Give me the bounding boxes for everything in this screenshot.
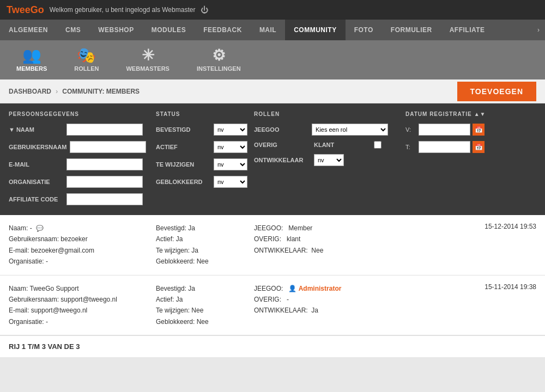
jeegoo-label-1: JEEGOO:	[254, 224, 283, 232]
member-status-2: Bevestigd: Ja Actief: Ja Te wijzigen: Ne…	[156, 283, 254, 328]
member-jeegoo-2: JEEGOO: 👤 Administrator	[254, 283, 449, 294]
filter-affiliate-label: AFFILIATE CODE	[9, 196, 63, 203]
table-row: Naam: TweeGo Support Gebruikersnaam: sup…	[0, 275, 545, 336]
subnav-instellingen[interactable]: ⚙ INSTELLINGEN	[191, 45, 246, 75]
power-icon[interactable]: ⏻	[201, 5, 208, 14]
subnav-members[interactable]: 👥 MEMBERS	[11, 45, 52, 75]
nav-feedback[interactable]: FEEDBACK	[195, 20, 251, 40]
member-email-1: E-mail: bezoeker@gmail.com	[9, 245, 156, 256]
member-tewijzigen-2: Te wijzigen: Nee	[156, 305, 254, 316]
member-organisatie-2: Organisatie: -	[9, 316, 156, 327]
member-bevestigd-2: Bevestigd: Ja	[156, 283, 254, 294]
subnav-rollen[interactable]: 🎭 ROLLEN	[69, 45, 104, 75]
overig-value-2: -	[287, 296, 289, 303]
member-status-1: Bevestigd: Ja Actief: Ja Te wijzigen: Ja…	[156, 223, 254, 267]
date-to-calendar[interactable]: 📅	[473, 141, 485, 153]
filter-organisatie-label: ORGANISATIE	[9, 179, 63, 185]
nav-modules[interactable]: MODULES	[143, 20, 195, 40]
admin-icon-2: 👤	[288, 285, 296, 292]
member-persoonsgegevens-1: Naam: - 💬 Gebruikersnaam: bezoeker E-mai…	[9, 223, 156, 267]
add-button[interactable]: TOEVOEGEN	[457, 82, 536, 101]
member-email-2: E-mail: support@tweego.nl	[9, 305, 156, 316]
nav-webshop[interactable]: WEBSHOP	[89, 20, 143, 40]
ontwikkelaar-value-1: Nee	[311, 247, 323, 254]
nav-cms[interactable]: CMS	[57, 20, 89, 40]
overig-label-1: OVERIG:	[254, 235, 281, 243]
member-rollen-2: JEEGOO: 👤 Administrator OVERIG: - ONTWIK…	[254, 283, 449, 316]
filter-klant-label: KLANT	[314, 142, 368, 148]
date-from-input[interactable]	[419, 124, 470, 136]
subnav-instellingen-label: INSTELLINGEN	[197, 65, 241, 72]
filter-actief-label: ACTIEF	[156, 144, 210, 150]
member-geblokkeerd-1: Geblokkeerd: Nee	[156, 256, 254, 267]
main-nav: ALGEMEEN CMS WEBSHOP MODULES FEEDBACK MA…	[0, 20, 545, 40]
nav-algemeen[interactable]: ALGEMEEN	[0, 20, 57, 40]
pagination-text: RIJ 1 T/M 3 VAN DE 3	[9, 342, 80, 351]
date-to-input[interactable]	[419, 141, 470, 153]
filter-jeegoo-select[interactable]: Kies een rol	[312, 124, 388, 136]
subnav-rollen-label: ROLLEN	[74, 65, 99, 72]
filter-header-persoonsgegevens: PERSOONSGEGEVENS	[9, 111, 156, 117]
jeegoo-value-1: Member	[288, 224, 312, 232]
rollen-icon: 🎭	[77, 48, 96, 63]
member-gebruikersnaam-2: Gebruikersnaam: support@tweego.nl	[9, 294, 156, 305]
members-icon: 👥	[22, 48, 41, 63]
logo-part2: Go	[31, 4, 44, 15]
filter-naam-label: ▼ NAAM	[9, 126, 63, 133]
filter-ontwikkelaar-select[interactable]: nvjanee	[314, 154, 344, 166]
nav-affiliate[interactable]: AFFILIATE	[441, 20, 494, 40]
member-geblokkeerd-2: Geblokkeerd: Nee	[156, 316, 254, 327]
filter-rollen: ROLLEN JEEGOO Kies een rol OVERIG KLANT …	[254, 111, 405, 168]
subnav-webmasters-label: WEBMASTERS	[126, 65, 169, 72]
member-tewijzigen-1: Te wijzigen: Ja	[156, 245, 254, 256]
filter-jeegoo-label: JEEGOO	[254, 126, 308, 133]
filter-gebruikersnaam-input[interactable]	[70, 141, 146, 153]
filter-bevestigd-select[interactable]: nvjanee	[214, 124, 247, 136]
filter-persoonsgegevens: PERSOONSGEGEVENS ▼ NAAM GEBRUIKERSNAAM E…	[9, 111, 156, 207]
filter-affiliate-input[interactable]	[66, 193, 143, 205]
filter-ontwikkelaar-label: ONTWIKKELAAR	[254, 157, 308, 163]
nav-community[interactable]: COMMUNITY	[285, 20, 346, 40]
breadcrumb-bar: DASHBOARD › COMMUNITY: MEMBERS TOEVOEGEN	[0, 79, 545, 103]
nav-formulier[interactable]: FORMULIER	[382, 20, 441, 40]
date-from-calendar[interactable]: 📅	[473, 124, 485, 136]
filter-email-label: E-MAIL	[9, 161, 63, 168]
instellingen-icon: ⚙	[212, 48, 226, 63]
logo: TweeGo	[7, 4, 44, 16]
webmasters-icon: ✳	[142, 48, 154, 63]
member-gebruikersnaam-1: Gebruikersnaam: bezoeker	[9, 234, 156, 244]
filter-status: STATUS BEVESTIGD nvjanee ACTIEF nvjanee …	[156, 111, 254, 190]
date-from-label: V:	[405, 126, 416, 133]
jeegoo-value-2: Administrator	[299, 285, 342, 292]
filter-gebruikersnaam-label: GEBRUIKERSNAAM	[9, 144, 66, 150]
jeegoo-label-2: JEEGOO:	[254, 285, 283, 292]
filter-tewijzigen-select[interactable]: nvjanee	[214, 158, 247, 170]
nav-arrow[interactable]: ›	[532, 20, 545, 40]
top-bar: TweeGo Welkom gebruiker, u bent ingelogd…	[0, 0, 545, 20]
filter-naam-input[interactable]	[66, 124, 143, 136]
filter-geblokkeerd-select[interactable]: nvjanee	[214, 176, 247, 188]
filter-datum: DATUM REGISTRATIE ▲▼ V: 📅 T: 📅	[405, 111, 536, 155]
filter-naam-text: NAAM	[16, 126, 34, 133]
filter-email-input[interactable]	[66, 158, 143, 170]
member-naam-2: Naam: TweeGo Support	[9, 283, 156, 294]
welcome-text: Welkom gebruiker, u bent ingelogd als We…	[50, 6, 196, 14]
filter-tewijzigen-label: TE WIJZIGEN	[156, 161, 210, 168]
member-ontwikkelaar-1: ONTWIKKELAAR: Nee	[254, 245, 449, 256]
member-actief-1: Actief: Ja	[156, 234, 254, 244]
member-ontwikkelaar-2: ONTWIKKELAAR: Ja	[254, 305, 449, 316]
filter-section: PERSOONSGEGEVENS ▼ NAAM GEBRUIKERSNAAM E…	[0, 103, 545, 215]
member-organisatie-1: Organisatie: -	[9, 256, 156, 267]
nav-foto[interactable]: FOTO	[346, 20, 382, 40]
filter-actief-select[interactable]: nvjanee	[214, 141, 247, 153]
subnav-webmasters[interactable]: ✳ WEBMASTERS	[120, 45, 174, 75]
breadcrumb-home[interactable]: DASHBOARD	[9, 88, 51, 95]
nav-mail[interactable]: MAIL	[251, 20, 285, 40]
breadcrumb: DASHBOARD › COMMUNITY: MEMBERS	[9, 87, 140, 95]
member-actief-2: Actief: Ja	[156, 294, 254, 305]
member-overig-1: OVERIG: klant	[254, 234, 449, 244]
filter-organisatie-input[interactable]	[66, 176, 143, 188]
member-naam-1: Naam: - 💬	[9, 223, 156, 234]
filter-klant-checkbox[interactable]	[374, 141, 382, 149]
content-area: Naam: - 💬 Gebruikersnaam: bezoeker E-mai…	[0, 215, 545, 335]
